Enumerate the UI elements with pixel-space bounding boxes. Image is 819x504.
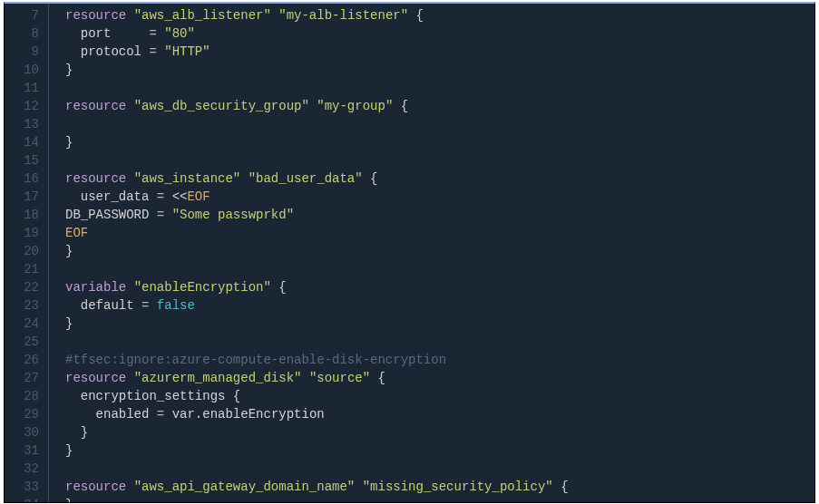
line-number: 17 [14,188,39,206]
line-number: 26 [14,351,39,369]
line-number: 13 [14,115,39,133]
line-number: 11 [14,79,39,97]
line-number: 32 [14,460,39,478]
line-number: 29 [14,405,39,423]
token-str: "aws_alb_listener" [134,8,271,23]
line-number: 18 [14,206,39,224]
token-str: "bad_user_data" [249,171,363,186]
line-number: 10 [14,61,39,79]
token-eof: EOF [187,189,210,204]
token-punct: << [172,189,188,204]
token-attr: user_data [81,189,150,204]
line-number-gutter: 7891011121314151617181920212223242526272… [5,4,48,502]
code-line[interactable]: } [65,315,576,333]
line-number: 12 [14,97,39,115]
editor[interactable]: 7891011121314151617181920212223242526272… [5,4,814,502]
token-op: = [149,26,156,41]
token-punct: } [65,135,73,150]
token-op: = [157,407,164,422]
token-kw: resource [65,171,126,186]
line-number: 16 [14,170,39,188]
token-kw: resource [65,8,126,23]
token-attr: enabled [96,407,150,422]
token-punct: { [370,171,377,186]
code-line[interactable] [65,260,576,278]
token-str: "HTTP" [164,44,210,59]
code-line[interactable]: } [65,61,576,79]
token-attr: DB_PASSWORD [65,208,149,222]
token-attr: default [81,298,134,313]
code-area[interactable]: resource "aws_alb_listener" "my-alb-list… [49,4,576,502]
line-number: 25 [14,333,39,351]
token-punct: { [278,280,286,295]
token-kw: resource [65,480,126,494]
code-line[interactable]: EOF [65,224,576,242]
token-punct: } [65,244,73,258]
token-var: var [172,407,195,422]
code-line[interactable]: } [65,423,576,441]
token-punct: { [416,8,424,23]
token-kw: resource [65,371,126,385]
line-number: 34 [14,496,39,503]
code-line[interactable]: resource "azurerm_managed_disk" "source"… [65,369,576,387]
token-punct: { [401,99,408,113]
code-line[interactable]: resource "aws_db_security_group" "my-gro… [65,97,576,115]
code-line[interactable]: protocol = "HTTP" [65,43,576,61]
token-str: "aws_api_gateway_domain_name" [134,480,356,494]
token-attr: port [81,26,112,41]
code-line[interactable]: default = false [65,296,576,315]
code-line[interactable]: } [65,496,576,503]
token-kw: variable [65,280,126,295]
line-number: 30 [14,423,39,441]
line-number: 27 [14,369,39,387]
editor-frame: 7891011121314151617181920212223242526272… [4,2,815,503]
code-line[interactable]: port = "80" [65,24,576,43]
line-number: 15 [14,151,39,170]
token-str: "aws_instance" [134,171,241,186]
token-punct: { [561,480,568,494]
token-punct: . [195,407,202,422]
code-line[interactable]: } [65,133,576,151]
token-cm: #tfsec:ignore:azure-compute-enable-disk-… [65,353,446,367]
token-op: = [149,44,156,59]
code-line[interactable]: #tfsec:ignore:azure-compute-enable-disk-… [65,351,576,369]
token-bool: false [157,298,195,313]
line-number: 19 [14,224,39,242]
token-str: "missing_security_policy" [363,480,553,494]
token-str: "my-group" [317,99,393,113]
code-line[interactable] [65,333,576,351]
code-line[interactable]: resource "aws_instance" "bad_user_data" … [65,170,576,188]
code-line[interactable]: enabled = var.enableEncryption [65,405,576,423]
line-number: 31 [14,441,39,460]
token-str: "80" [164,26,195,41]
line-number: 24 [14,315,39,333]
code-line[interactable] [65,460,576,478]
token-punct: } [65,316,73,331]
code-line[interactable]: } [65,242,576,260]
token-punct: } [81,425,88,440]
code-line[interactable]: resource "aws_api_gateway_domain_name" "… [65,478,576,496]
line-number: 20 [14,242,39,260]
code-line[interactable]: encryption_settings { [65,387,576,405]
line-number: 7 [14,6,39,24]
line-number: 33 [14,478,39,496]
line-number: 14 [14,133,39,151]
code-line[interactable]: user_data = <<EOF [65,188,576,206]
token-str: "enableEncryption" [134,280,271,295]
code-line[interactable]: resource "aws_alb_listener" "my-alb-list… [65,6,576,24]
code-line[interactable] [65,115,576,133]
code-line[interactable] [65,79,576,97]
token-str: "azurerm_managed_disk" [134,371,302,385]
token-punct: { [233,389,240,403]
token-kw: resource [65,99,126,113]
token-str: "my-alb-listener" [278,8,408,23]
code-line[interactable]: } [65,441,576,460]
line-number: 21 [14,260,39,278]
token-attr: protocol [81,44,141,59]
token-eof: EOF [65,226,88,240]
line-number: 22 [14,278,39,296]
code-line[interactable] [65,151,576,170]
token-punct: } [65,63,73,77]
code-line[interactable]: variable "enableEncryption" { [65,278,576,296]
code-line[interactable]: DB_PASSWORD = "Some passwprkd" [65,206,576,224]
